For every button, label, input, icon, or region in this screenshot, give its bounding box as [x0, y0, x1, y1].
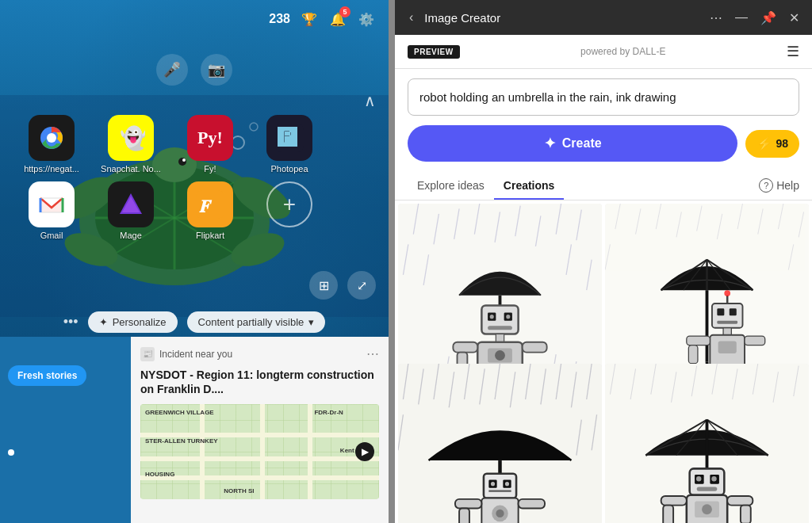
- news-source-label: Incident near you: [159, 349, 232, 360]
- create-label: Create: [562, 136, 602, 151]
- left-panel: 238 🏆 🔔 5 ⚙️ 🎤 📷 ∧ https://negat... 👻 Sn…: [0, 0, 389, 523]
- svg-point-52: [495, 350, 505, 361]
- app-icon-snapchat[interactable]: 👻 Snapchat. No...: [95, 115, 167, 174]
- map-label-2: STER-ALLEN TURNKEY: [145, 437, 218, 445]
- search-bar: 🎤 📷: [156, 54, 232, 86]
- expand-button[interactable]: ∧: [364, 91, 376, 110]
- fy-icon: Py!: [187, 115, 233, 161]
- notification-icon[interactable]: 🔔 5: [328, 10, 347, 29]
- app-icon-mage[interactable]: Mage: [95, 181, 167, 240]
- personalize-bar: ••• ✦ Personalize Content partially visi…: [0, 311, 389, 333]
- title-actions: ⋯ — 📌 ✕: [707, 7, 802, 29]
- gmail-label: Gmail: [40, 231, 63, 240]
- app-grid: https://negat... 👻 Snapchat. No... Py! F…: [16, 115, 325, 240]
- microphone-icon[interactable]: 🎤: [156, 54, 188, 86]
- top-bar: 238 🏆 🔔 5 ⚙️: [269, 10, 376, 29]
- right-panel: ‹ Image Creator ⋯ — 📌 ✕ PREVIEW powered …: [395, 0, 812, 523]
- score-count: 238: [269, 12, 290, 26]
- personalize-label: Personalize: [113, 316, 167, 328]
- fy-label: Fy!: [204, 164, 216, 174]
- svg-point-158: [702, 504, 712, 514]
- pin-button[interactable]: 📌: [757, 7, 779, 29]
- lightning-icon: ⚡: [756, 136, 772, 151]
- news-title[interactable]: NYSDOT - Region 11: longterm constructio…: [140, 368, 379, 396]
- svg-rect-126: [455, 498, 481, 508]
- news-menu-button[interactable]: ⋯: [366, 346, 379, 361]
- svg-rect-89: [723, 328, 731, 335]
- svg-rect-93: [688, 345, 698, 364]
- svg-rect-155: [697, 487, 718, 491]
- svg-rect-128: [519, 498, 545, 508]
- app-icon-gmail[interactable]: Gmail: [16, 181, 87, 240]
- svg-rect-86: [717, 321, 737, 324]
- settings-icon[interactable]: ⚙️: [357, 10, 376, 29]
- back-button[interactable]: ‹: [404, 7, 418, 28]
- photopea-label: Photopea: [270, 164, 308, 174]
- flipkart-label: Flipkart: [196, 231, 224, 240]
- map-navigate-button[interactable]: ▶: [355, 442, 374, 461]
- svg-rect-84: [717, 308, 724, 315]
- svg-rect-159: [661, 496, 687, 506]
- svg-rect-92: [687, 336, 710, 345]
- widget-icon[interactable]: ⊞: [309, 271, 338, 300]
- tab-creations[interactable]: Creations: [494, 171, 565, 200]
- fresh-stories-button[interactable]: Fresh stories: [8, 365, 86, 386]
- map-road-4: [200, 404, 205, 499]
- close-button[interactable]: ✕: [786, 7, 802, 29]
- news-source-icon: 📰: [140, 347, 155, 361]
- svg-point-47: [506, 315, 510, 319]
- svg-rect-53: [453, 342, 477, 353]
- map-road-5: [260, 404, 265, 499]
- create-button[interactable]: ✦ Create: [408, 125, 737, 162]
- trophy-icon[interactable]: 🏆: [300, 10, 319, 29]
- add-app-button[interactable]: +: [254, 181, 325, 240]
- minimize-button[interactable]: —: [732, 7, 751, 28]
- map-label-1: GREENWICH VILLAGE: [145, 409, 214, 416]
- map-image: GREENWICH VILLAGE STER-ALLEN TURNKEY HOU…: [140, 404, 379, 499]
- mage-icon: [108, 181, 154, 227]
- more-options-button[interactable]: ⋯: [707, 7, 726, 29]
- tabs-row: Explore ideas Creations ? Help: [395, 171, 812, 200]
- tab-explore[interactable]: Explore ideas: [408, 171, 494, 200]
- expand-icon[interactable]: ⤢: [347, 271, 376, 300]
- preview-bar: PREVIEW powered by DALL-E ☰: [395, 35, 812, 69]
- hamburger-menu-button[interactable]: ☰: [787, 43, 799, 60]
- bottom-section: Fresh stories 📰 Incident near you ⋯ NYSD…: [0, 337, 389, 523]
- creation-image-3[interactable]: [398, 364, 602, 524]
- credits-badge[interactable]: ⚡ 98: [745, 130, 799, 158]
- svg-rect-117: [484, 473, 516, 498]
- map-road-6: [308, 404, 312, 499]
- content-visibility-button[interactable]: Content partially visible ▾: [187, 311, 326, 333]
- creation-image-4[interactable]: [605, 364, 809, 524]
- dropdown-icon: ▾: [308, 316, 314, 328]
- flipkart-icon: 𝑭: [187, 181, 233, 227]
- sparkle-icon: ✦: [544, 135, 556, 152]
- prompt-input[interactable]: robot holding an umbrella in the rain, i…: [408, 78, 799, 116]
- svg-rect-83: [712, 303, 743, 328]
- snapchat-label: Snapchat. No...: [101, 164, 161, 174]
- svg-rect-162: [741, 505, 751, 523]
- personalize-button[interactable]: ✦ Personalize: [88, 311, 178, 333]
- left-news-sidebar: Fresh stories: [0, 337, 131, 523]
- svg-rect-127: [459, 508, 469, 523]
- app-icon-fy[interactable]: Py! Fy!: [174, 115, 246, 174]
- notification-badge: 5: [339, 6, 350, 17]
- app-icon-chrome[interactable]: https://negat...: [16, 115, 87, 174]
- content-label: Content partially visible: [198, 316, 304, 328]
- credits-count: 98: [776, 137, 788, 150]
- app-icon-flipkart[interactable]: 𝑭 Flipkart: [174, 181, 246, 240]
- app-icon-photopea[interactable]: 🅿 Photopea: [254, 115, 325, 174]
- svg-point-88: [724, 290, 730, 296]
- svg-marker-25: [122, 197, 140, 212]
- help-circle-icon: ?: [759, 178, 773, 193]
- svg-rect-48: [488, 326, 512, 330]
- svg-point-121: [505, 482, 509, 486]
- svg-point-154: [711, 475, 716, 480]
- svg-point-120: [491, 482, 495, 486]
- dot-indicator: [8, 449, 14, 456]
- image-creator-content: PREVIEW powered by DALL-E ☰ robot holdin…: [395, 35, 812, 523]
- help-button[interactable]: ? Help: [759, 178, 799, 193]
- chrome-icon: [29, 115, 75, 161]
- camera-search-icon[interactable]: 📷: [201, 54, 232, 86]
- ellipsis-button[interactable]: •••: [63, 314, 79, 330]
